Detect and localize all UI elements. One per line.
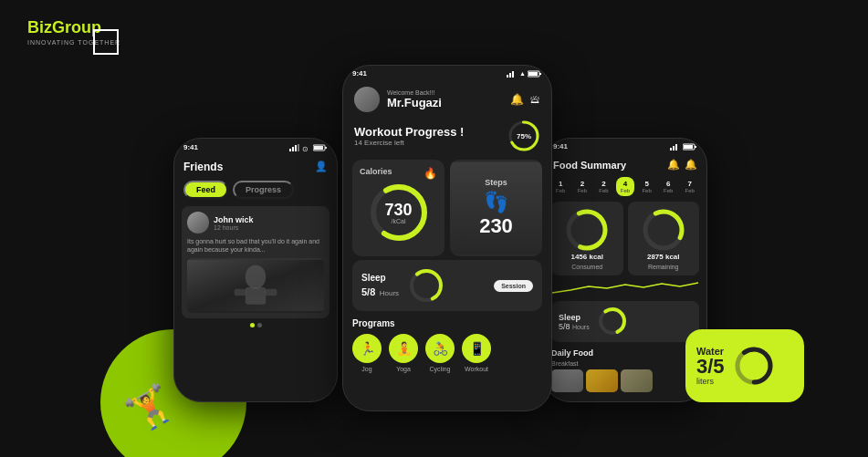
session-badge[interactable]: Session [494, 280, 533, 292]
food-img-2 [586, 369, 618, 392]
status-bar-center: 9:41 ▲ [343, 66, 551, 81]
tab-progress[interactable]: Progress [233, 181, 294, 199]
programs-row: 🏃 Jog 🧘 Yoga 🚴 Cycling 📱 Workout [352, 334, 542, 372]
logo-text: BizGroup [27, 18, 101, 36]
programs-title: Programs [352, 318, 542, 328]
steps-number: 230 [479, 214, 513, 238]
food-title: Food Summary [553, 160, 626, 171]
jog-label: Jog [361, 366, 371, 372]
date-7[interactable]: 7 Feb [680, 177, 699, 196]
breakfast-label: Breakfast [551, 360, 699, 367]
calorie-number: 730 [384, 202, 412, 218]
friends-icon: 👤 [315, 161, 328, 172]
signal-icon-c [507, 70, 518, 78]
steps-label: Steps [479, 178, 513, 187]
battery-icon [313, 144, 328, 151]
consumed-donut [564, 207, 610, 253]
date-1[interactable]: 1 Feb [551, 177, 570, 196]
sleep-label-r: Sleep [559, 313, 590, 322]
svg-text:⊙: ⊙ [302, 145, 309, 151]
svg-rect-12 [265, 289, 277, 296]
workout-title: Workout Progress ! [354, 125, 464, 139]
bell-icon[interactable]: 🛎 [529, 93, 540, 106]
sleep-unit: Hours [380, 289, 399, 297]
food-img-1 [551, 369, 583, 392]
date-2[interactable]: 2 Feb [573, 177, 592, 196]
remaining-card: 2875 kcal Remaining [628, 202, 700, 275]
yoga-icon: 🧘 [389, 334, 418, 363]
svg-rect-3 [298, 144, 299, 151]
phone-center: 9:41 ▲ Welcome Back!!! Mr.Fugazi 🔔 🛎 [342, 65, 552, 411]
svg-rect-13 [507, 75, 508, 78]
remaining-donut [641, 207, 686, 253]
tab-feed[interactable]: Feed [183, 181, 228, 199]
wifi-icon: ⊙ [302, 144, 311, 151]
date-6[interactable]: 6 Feb [659, 177, 678, 196]
workout-icon: 📱 [462, 334, 491, 363]
battery-icon-r [683, 143, 697, 151]
program-cycling[interactable]: 🚴 Cycling [425, 334, 455, 372]
sleep-section: Sleep 5/8 Hours Session [352, 260, 542, 311]
friend-time: 12 hours [214, 224, 254, 231]
calorie-unit: /kCal [384, 218, 412, 224]
consumed-label: Consumed [557, 264, 618, 270]
date-3[interactable]: 2 Feb [594, 177, 613, 196]
svg-rect-6 [314, 146, 323, 150]
svg-rect-1 [292, 147, 294, 151]
friend-info: John wick 12 hours [187, 212, 324, 234]
svg-rect-14 [509, 73, 511, 78]
phone-right: 9:41 Food Summary 🔔 🔔 1 Feb 2 [543, 138, 707, 402]
sleep-knob-r [597, 306, 629, 338]
signal-icon-r [670, 143, 681, 151]
notification-icon[interactable]: 🔔 [510, 93, 524, 106]
calorie-chart [551, 279, 699, 297]
calories-card: Calories 🔥 730 /kCal [352, 160, 444, 256]
svg-point-9 [246, 265, 267, 289]
daily-food-section: Daily Food Breakfast [544, 346, 706, 395]
remaining-value: 2875 kcal [633, 253, 695, 261]
svg-rect-17 [528, 72, 538, 76]
program-jog[interactable]: 🏃 Jog [352, 334, 382, 372]
svg-rect-31 [695, 146, 696, 148]
program-workout[interactable]: 📱 Workout [462, 334, 491, 372]
water-value: 3/5 [696, 357, 725, 377]
date-4-active[interactable]: 4 Feb [616, 177, 635, 196]
svg-rect-28 [675, 144, 677, 151]
footstep-icon: 👣 [484, 191, 508, 213]
username: Mr.Fugazi [387, 96, 442, 109]
svg-rect-11 [235, 289, 246, 296]
svg-rect-30 [684, 145, 693, 149]
water-text: Water 3/5 liters [696, 346, 725, 386]
status-icons-left: ⊙ [289, 144, 328, 151]
food-header-icons: 🔔 🔔 [667, 159, 697, 171]
friend-workout-image [187, 258, 324, 313]
program-yoga[interactable]: 🧘 Yoga [389, 334, 418, 372]
calorie-donut: 730 /kCal [367, 181, 431, 244]
workout-progress-circle: 75% [507, 119, 540, 152]
svg-rect-0 [289, 149, 291, 151]
metrics-row: Calories 🔥 730 /kCal [352, 160, 542, 256]
friend-quote: Its gonna hurt so bad that you'll do it … [187, 237, 324, 254]
logo: BizGroup INNOVATING TOGETHER [27, 18, 120, 46]
jog-icon: 🏃 [352, 334, 382, 363]
date-row: 1 Feb 2 Feb 2 Feb 4 Feb 5 Feb 6 Feb 7 Fe… [544, 175, 706, 198]
friend-name: John wick [214, 215, 254, 224]
user-header: Welcome Back!!! Mr.Fugazi 🔔 🛎 [343, 81, 551, 116]
progress-pct: 75% [517, 132, 531, 140]
alert-icon-r[interactable]: 🔔 [685, 159, 697, 171]
water-widget: Water 3/5 liters [685, 329, 804, 402]
water-knob [734, 346, 775, 387]
bell-icon-r[interactable]: 🔔 [667, 159, 680, 171]
workout-label: Workout [465, 366, 488, 372]
friend-card: John wick 12 hours Its gonna hurt so bad… [182, 206, 329, 318]
svg-rect-27 [673, 146, 675, 151]
chart-svg [551, 279, 699, 297]
avatar [187, 212, 209, 234]
date-5[interactable]: 5 Feb [637, 177, 656, 196]
food-img-3 [621, 369, 653, 392]
steps-card: Steps 👣 230 [450, 160, 542, 256]
friends-title: Friends 👤 [174, 156, 337, 178]
phone-left: 9:41 ⊙ Friends 👤 Feed Progress [173, 138, 338, 402]
svg-rect-7 [325, 147, 327, 149]
status-bar-left: 9:41 ⊙ [174, 139, 337, 156]
